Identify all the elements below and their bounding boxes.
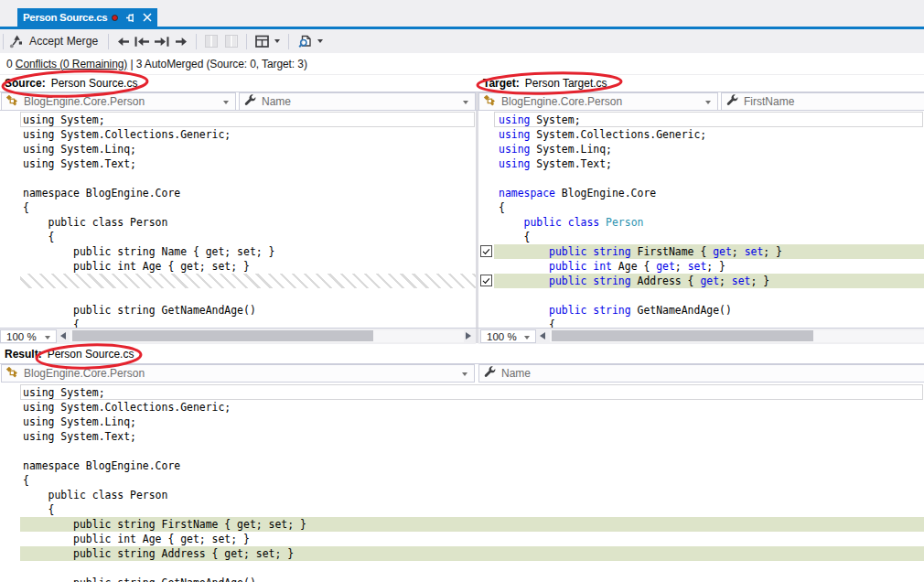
previous-change-button[interactable]: [117, 37, 129, 47]
next-change-icon: [176, 37, 188, 47]
accept-merge-icon: [8, 34, 24, 49]
accept-merge-button[interactable]: Accept Merge: [8, 34, 98, 49]
code-line: {: [499, 318, 555, 328]
split-view-icon: [205, 35, 218, 48]
target-scope-value: BlogEngine.Core.Person: [501, 95, 622, 108]
code-line: public string GetNameAndAge(): [23, 303, 256, 318]
result-file-label-row: Result:Person Source.cs: [0, 344, 924, 363]
layout-grid-icon: [255, 35, 269, 48]
result-scope-combo[interactable]: BlogEngine.Core.Person: [1, 364, 475, 383]
source-scope-dropdown-icon: [223, 101, 229, 104]
target-scope-combo[interactable]: BlogEngine.Core.Person: [478, 92, 718, 111]
code-line: public string Address { get; set; }: [23, 546, 294, 561]
layout-dropdown-arrow-icon: [274, 39, 280, 43]
conflicts-remaining-link[interactable]: Conflicts (0 Remaining): [16, 58, 127, 70]
code-line: public string FirstName { get; set; }: [499, 244, 782, 259]
code-line: public class Person: [23, 488, 167, 502]
code-line: using System.Collections.Generic;: [23, 400, 231, 415]
preview-changes-button[interactable]: [297, 35, 323, 48]
source-scroll-left-arrow[interactable]: [60, 332, 66, 340]
source-scroll-bar-row: 100 %: [0, 329, 476, 344]
code-line: using System;: [499, 113, 581, 127]
result-code-editor[interactable]: using System;using System.Collections.Ge…: [0, 383, 924, 582]
merge-tool-window: Person Source.cs Accept Merge: [0, 0, 924, 582]
code-line: using System.Linq;: [23, 415, 136, 429]
code-line: public string Address { get; set; }: [499, 274, 769, 288]
split-view-striped-icon: [225, 35, 238, 48]
wrench-icon: [725, 93, 738, 110]
two-way-view-button-disabled[interactable]: [205, 35, 218, 48]
source-scope-value: BlogEngine.Core.Person: [24, 95, 145, 108]
first-change-button[interactable]: [134, 37, 149, 47]
code-line: public int Age { get; set; }: [499, 259, 725, 274]
result-file-name: Person Source.cs: [48, 348, 134, 361]
layout-view-button[interactable]: [255, 35, 280, 48]
code-line: public class Person: [23, 215, 167, 230]
toolbar-separator: [246, 34, 247, 49]
class-icon: [5, 93, 18, 110]
pin-tab-icon[interactable]: [125, 13, 135, 23]
next-change-button[interactable]: [176, 37, 188, 47]
preview-dropdown-arrow-icon: [317, 39, 323, 43]
target-label-caption: Target:: [483, 77, 520, 90]
close-tab-icon[interactable]: [143, 13, 152, 22]
code-line: public string GetNameAndAge(): [23, 576, 256, 582]
target-scroll-thumb[interactable]: [552, 330, 813, 341]
code-line: public class Person: [499, 215, 643, 230]
last-change-icon: [155, 37, 169, 47]
mixed-view-button-disabled[interactable]: [225, 35, 238, 48]
include-change-checkbox-checked[interactable]: [480, 275, 492, 286]
target-member-value: FirstName: [744, 95, 794, 108]
code-line: public string FirstName { get; set; }: [23, 517, 306, 532]
magnifier-document-icon: [297, 35, 312, 48]
code-line: {: [499, 200, 505, 215]
source-zoom-dropdown-icon: [45, 336, 50, 340]
tab-strip: Person Source.cs: [0, 0, 924, 27]
code-line: {: [23, 473, 29, 488]
result-member-combo[interactable]: Name: [478, 364, 924, 383]
source-label-caption: Source:: [5, 77, 46, 90]
target-code-editor[interactable]: using System;using System.Collections.Ge…: [478, 111, 924, 328]
code-line: using System.Text;: [23, 156, 136, 171]
conflict-summary: 0 Conflicts (0 Remaining) | 3 AutoMerged…: [6, 58, 307, 70]
code-line: public string Name { get; set; }: [23, 244, 274, 259]
automerge-summary: | 3 AutoMerged (Source: 0, Target: 3): [127, 58, 307, 70]
code-line: public int Age { get; set; }: [23, 259, 250, 274]
first-change-icon: [134, 37, 149, 47]
source-member-combo[interactable]: Name: [239, 92, 476, 111]
target-zoom-select[interactable]: 100 %: [480, 329, 536, 343]
code-line: namespace BlogEngine.Core: [23, 186, 180, 200]
code-line: {: [23, 200, 29, 215]
source-file-name: Person Source.cs: [51, 77, 138, 90]
target-member-combo[interactable]: FirstName: [721, 92, 924, 111]
class-icon: [5, 365, 18, 382]
source-code-editor[interactable]: using System;using System.Collections.Ge…: [0, 111, 476, 328]
source-scroll-right-arrow[interactable]: [466, 332, 471, 340]
result-label-caption: Result:: [5, 348, 42, 361]
current-line-box: [20, 384, 923, 400]
source-zoom-value: 100 %: [6, 331, 37, 342]
source-scope-combo[interactable]: BlogEngine.Core.Person: [1, 92, 236, 111]
wrench-icon: [483, 365, 496, 382]
pane-splitter[interactable]: [476, 92, 478, 343]
last-change-button[interactable]: [155, 37, 169, 47]
unsaved-changes-dot-icon: [112, 15, 118, 21]
code-line: {: [23, 230, 54, 244]
previous-change-icon: [117, 37, 129, 47]
code-line: using System;: [23, 385, 105, 400]
include-change-checkbox-checked[interactable]: [480, 245, 492, 257]
merge-toolbar: Accept Merge: [0, 29, 924, 53]
source-scroll-thumb[interactable]: [72, 330, 373, 341]
source-zoom-select[interactable]: 100 %: [0, 329, 57, 343]
result-file-label: Result:Person Source.cs: [5, 348, 134, 361]
document-tab[interactable]: Person Source.cs: [17, 8, 157, 27]
code-line: using System.Text;: [499, 156, 612, 171]
code-line: {: [499, 230, 530, 244]
target-scroll-left-arrow[interactable]: [540, 332, 545, 340]
tab-title: Person Source.cs: [23, 12, 107, 23]
code-line: namespace BlogEngine.Core: [499, 186, 656, 200]
source-member-value: Name: [262, 95, 291, 108]
result-scope-value: BlogEngine.Core.Person: [24, 367, 145, 380]
target-zoom-value: 100 %: [487, 331, 517, 342]
accept-merge-label: Accept Merge: [29, 35, 98, 48]
